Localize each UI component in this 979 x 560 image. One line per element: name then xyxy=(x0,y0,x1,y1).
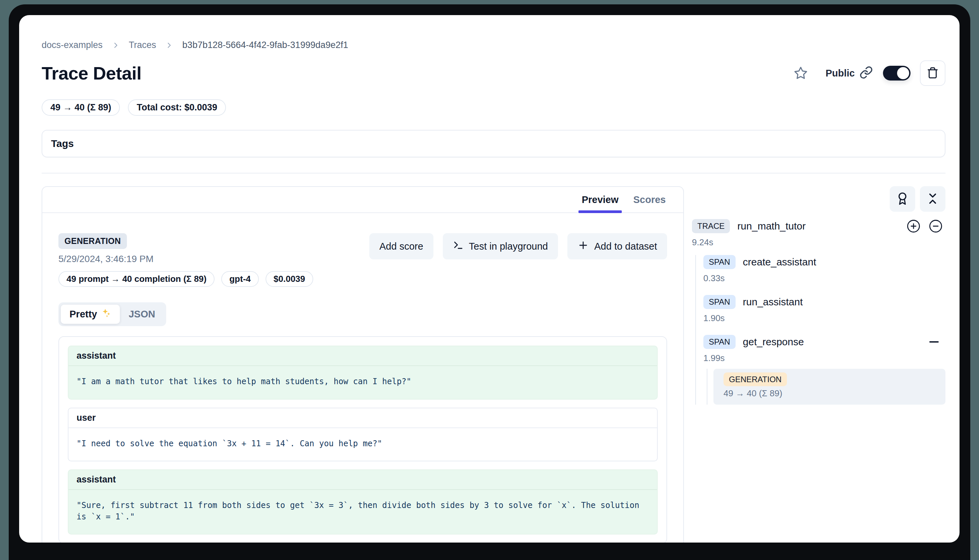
breadcrumb-project[interactable]: docs-examples xyxy=(42,40,103,50)
tab-scores[interactable]: Scores xyxy=(626,187,673,212)
generation-type-badge: GENERATION xyxy=(723,372,787,386)
breadcrumb-trace-id[interactable]: b3b7b128-5664-4f42-9fab-31999da9e2f1 xyxy=(182,40,348,50)
message-role: assistant xyxy=(68,346,657,366)
public-label: Public xyxy=(825,68,855,79)
terminal-icon xyxy=(453,240,464,253)
trace-tree-sidebar: TRACE run_math_tutor 9.24s xyxy=(692,186,946,405)
span-duration: 0.33s xyxy=(703,273,946,283)
title-controls: Public xyxy=(794,60,946,86)
trace-token-badge: 49 → 40 (Σ 89) xyxy=(42,99,120,116)
span-type-badge: SPAN xyxy=(703,255,735,269)
public-link[interactable]: Public xyxy=(825,66,873,80)
model-badge[interactable]: gpt-4 xyxy=(221,271,259,287)
sidebar-toolbar xyxy=(692,186,946,212)
desktop-background: docs-examples Traces b3b7b128-5664-4f42-… xyxy=(0,0,979,560)
observation-card: Preview Scores GENERATION 5/29/2024, 3:4… xyxy=(42,186,684,543)
span-duration: 1.90s xyxy=(703,313,946,323)
sparkles-icon xyxy=(101,308,111,320)
view-toggle: Pretty JSON xyxy=(58,302,166,326)
trace-children: SPAN create_assistant 0.33s SPAN run_ass… xyxy=(695,255,946,405)
trace-badge-row: 49 → 40 (Σ 89) Total cost: $0.0039 xyxy=(42,99,946,116)
span-node-row[interactable]: SPAN get_response xyxy=(703,335,946,349)
expand-all-icon[interactable] xyxy=(907,219,921,233)
span-name: create_assistant xyxy=(743,256,816,268)
trash-icon xyxy=(927,67,939,80)
tags-label: Tags xyxy=(51,138,74,149)
message-content: "I need to solve the equation `3x + 11 =… xyxy=(68,428,657,461)
pretty-label: Pretty xyxy=(70,309,97,320)
span-name: run_assistant xyxy=(743,296,803,308)
breadcrumb: docs-examples Traces b3b7b128-5664-4f42-… xyxy=(42,40,946,50)
trace-cost-badge: Total cost: $0.0039 xyxy=(128,99,226,116)
test-in-playground-label: Test in playground xyxy=(469,241,548,252)
span-name: get_response xyxy=(743,336,804,348)
span-type-badge: SPAN xyxy=(703,295,735,309)
message-assistant: assistant "I am a math tutor that likes … xyxy=(68,346,658,400)
trace-name: run_math_tutor xyxy=(737,220,805,232)
view-toggle-pretty[interactable]: Pretty xyxy=(61,305,120,324)
annotate-button[interactable] xyxy=(890,186,915,212)
tab-preview[interactable]: Preview xyxy=(575,187,626,212)
observation-badge-row: 49 prompt → 40 completion (Σ 89) gpt-4 $… xyxy=(58,271,313,287)
span-node-row[interactable]: SPAN create_assistant xyxy=(703,255,946,269)
message-assistant: assistant "Sure, first subtract 11 from … xyxy=(68,469,658,535)
collapse-node-icon[interactable] xyxy=(929,341,939,343)
public-toggle[interactable] xyxy=(883,66,911,80)
span-node: SPAN create_assistant 0.33s xyxy=(703,255,946,283)
trace-tree: TRACE run_math_tutor 9.24s xyxy=(692,219,946,405)
chevron-right-icon xyxy=(112,41,120,50)
trace-node-row[interactable]: TRACE run_math_tutor xyxy=(692,219,946,233)
span-node: SPAN run_assistant 1.90s xyxy=(703,295,946,323)
generation-usage: 49 → 40 (Σ 89) xyxy=(723,388,936,398)
observation-timestamp: 5/29/2024, 3:46:19 PM xyxy=(58,254,313,264)
card-header: Preview Scores xyxy=(42,187,683,213)
delete-trace-button[interactable] xyxy=(920,60,946,86)
plus-icon xyxy=(578,240,589,253)
span-duration: 1.99s xyxy=(703,353,946,363)
cost-badge: $0.0039 xyxy=(266,271,313,287)
link-icon xyxy=(859,66,873,80)
span-children: GENERATION 49 → 40 (Σ 89) xyxy=(707,369,946,405)
message-user: user "I need to solve the equation `3x +… xyxy=(68,408,658,462)
message-role: user xyxy=(68,408,657,428)
content-row: Preview Scores GENERATION 5/29/2024, 3:4… xyxy=(42,186,946,543)
add-to-dataset-button[interactable]: Add to dataset xyxy=(567,233,667,259)
star-icon[interactable] xyxy=(794,66,808,80)
test-in-playground-button[interactable]: Test in playground xyxy=(443,233,558,259)
view-toggle-json[interactable]: JSON xyxy=(120,305,164,323)
breadcrumb-traces[interactable]: Traces xyxy=(129,40,157,50)
message-content: "Sure, first subtract 11 from both sides… xyxy=(68,490,657,534)
span-row-icons xyxy=(929,341,946,343)
observation-type-badge: GENERATION xyxy=(58,233,127,249)
section-divider xyxy=(42,173,946,173)
usage-badge: 49 prompt → 40 completion (Σ 89) xyxy=(58,271,214,287)
chevron-right-icon xyxy=(165,41,174,50)
generation-node-selected[interactable]: GENERATION 49 → 40 (Σ 89) xyxy=(713,369,946,405)
tags-box[interactable]: Tags xyxy=(42,130,946,157)
trace-type-badge: TRACE xyxy=(692,219,730,233)
trace-duration: 9.24s xyxy=(692,237,946,248)
fold-vertical-icon xyxy=(926,192,939,207)
award-icon xyxy=(896,192,909,207)
add-score-button[interactable]: Add score xyxy=(369,233,433,259)
span-node-row[interactable]: SPAN run_assistant xyxy=(703,295,946,309)
page-title: Trace Detail xyxy=(42,63,141,83)
collapse-icon[interactable] xyxy=(929,219,943,233)
add-score-label: Add score xyxy=(379,241,423,252)
collapse-all-button[interactable] xyxy=(920,186,946,212)
message-content: "I am a math tutor that likes to help ma… xyxy=(68,366,657,399)
observation-meta: GENERATION 5/29/2024, 3:46:19 PM 49 prom… xyxy=(58,233,313,287)
add-to-dataset-label: Add to dataset xyxy=(594,241,657,252)
span-type-badge: SPAN xyxy=(703,335,735,349)
trace-detail-page: docs-examples Traces b3b7b128-5664-4f42-… xyxy=(19,15,959,543)
observation-actions: Add score Test in playground xyxy=(369,233,667,259)
title-row: Trace Detail Public xyxy=(42,60,946,86)
card-body: GENERATION 5/29/2024, 3:46:19 PM 49 prom… xyxy=(42,213,683,543)
messages-container: assistant "I am a math tutor that likes … xyxy=(58,336,667,543)
trace-row-icons xyxy=(907,219,946,233)
message-role: assistant xyxy=(68,470,657,490)
span-node: SPAN get_response 1.99s GENERATION xyxy=(703,335,946,405)
toggle-knob xyxy=(897,67,909,79)
observation-header: GENERATION 5/29/2024, 3:46:19 PM 49 prom… xyxy=(58,233,667,287)
